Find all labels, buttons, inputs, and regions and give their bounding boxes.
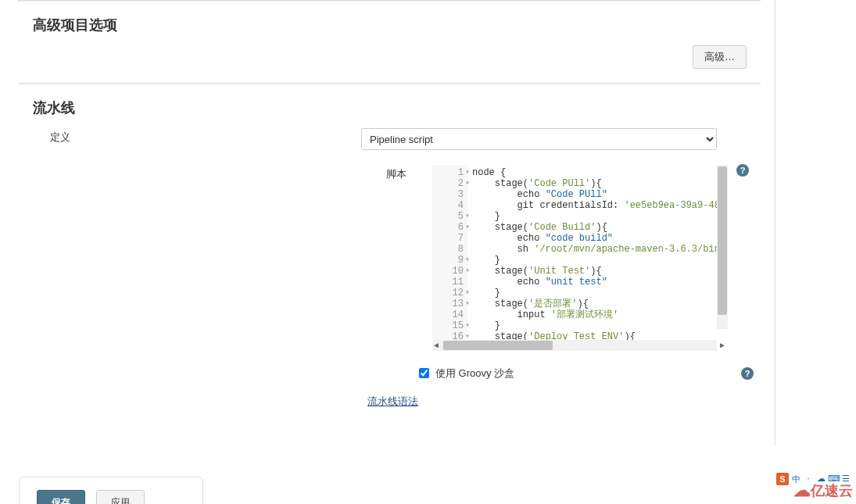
fold-icon[interactable]: ▾ [464, 331, 471, 340]
groovy-sandbox-label[interactable]: 使用 Groovy 沙盒 [435, 366, 514, 381]
pipeline-title: 流水线 [33, 98, 761, 117]
fold-icon[interactable]: ▾ [464, 222, 471, 233]
help-icon[interactable]: ? [741, 367, 754, 380]
fold-icon[interactable]: ▾ [464, 320, 471, 331]
scroll-left-icon[interactable]: ◄ [432, 341, 440, 349]
help-icon[interactable]: ? [736, 164, 749, 177]
apply-button[interactable]: 应用 [96, 490, 145, 504]
definition-select[interactable]: Pipeline script [361, 128, 717, 150]
script-label: 脚本 [386, 164, 417, 181]
save-button-bar: 保存 应用 [19, 477, 203, 504]
groovy-sandbox-checkbox[interactable] [419, 368, 429, 378]
advanced-button[interactable]: 高级… [693, 45, 747, 69]
fold-icon[interactable]: ▾ [464, 266, 471, 277]
definition-label: 定义 [50, 128, 97, 145]
main-content: 高级项目选项 高级… 流水线 定义 Pipeline script 脚本 1▾2… [19, 0, 775, 445]
horizontal-scroll-thumb[interactable] [443, 341, 553, 350]
fold-icon[interactable]: ▾ [464, 178, 471, 189]
fold-icon[interactable]: ▾ [464, 298, 471, 309]
vertical-scroll-thumb[interactable] [718, 166, 727, 315]
script-row: 脚本 1▾2▾345▾6▾789▾10▾1112▾13▾1415▾16▾1718… [19, 164, 761, 352]
fold-icon[interactable]: ▾ [464, 167, 471, 178]
sandbox-row: 使用 Groovy 沙盒 ? [19, 366, 761, 381]
ime-main-icon[interactable]: S [776, 473, 789, 485]
save-button[interactable]: 保存 [37, 490, 85, 504]
advanced-button-row: 高级… [19, 45, 747, 69]
divider [19, 83, 761, 84]
scroll-right-icon[interactable]: ► [718, 341, 726, 349]
horizontal-scrollbar[interactable]: ◄ ► [432, 340, 717, 351]
editor-gutter: 1▾2▾345▾6▾789▾10▾1112▾13▾1415▾16▾1718 [432, 165, 467, 340]
advanced-options-title: 高级项目选项 [33, 16, 761, 34]
fold-icon[interactable]: ▾ [464, 255, 471, 266]
pipeline-syntax-link[interactable]: 流水线语法 [367, 395, 418, 407]
watermark-logo: ☁亿速云 [793, 481, 853, 501]
fold-icon[interactable]: ▾ [464, 211, 471, 222]
definition-row: 定义 Pipeline script [19, 128, 761, 150]
fold-icon[interactable]: ▾ [464, 288, 471, 298]
syntax-link-row: 流水线语法 [367, 395, 761, 409]
editor-code[interactable]: node { stage('Code PUll'){ echo "Code PU… [467, 165, 728, 340]
script-editor[interactable]: 1▾2▾345▾6▾789▾10▾1112▾13▾1415▾16▾1718 no… [432, 164, 729, 352]
divider [19, 0, 761, 2]
vertical-scrollbar[interactable] [717, 165, 728, 329]
